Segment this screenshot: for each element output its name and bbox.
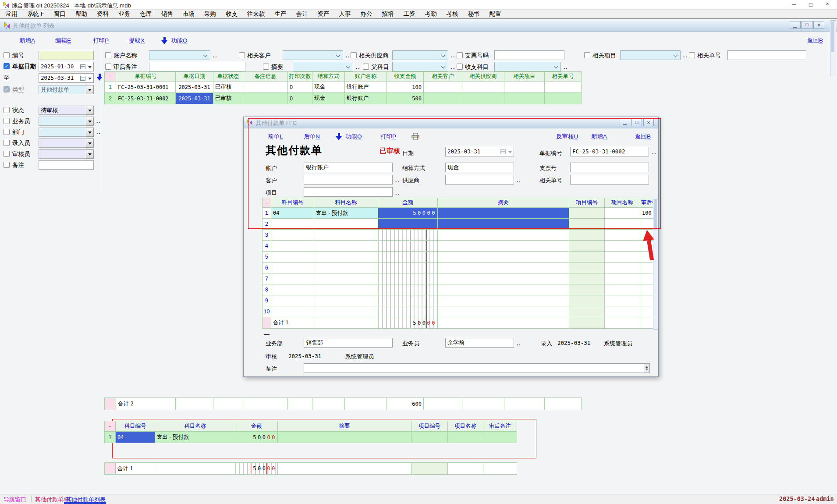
cell[interactable] bbox=[243, 93, 288, 104]
cell[interactable] bbox=[483, 432, 517, 443]
column-header[interactable]: 项目名称 bbox=[605, 198, 640, 208]
column-header[interactable]: 科目编号 bbox=[271, 198, 314, 208]
chevron-down-icon[interactable] bbox=[88, 66, 92, 70]
agent-select[interactable] bbox=[39, 117, 86, 126]
parent-subject-checkbox[interactable] bbox=[363, 64, 369, 70]
agent-more-button[interactable]: .. bbox=[517, 341, 521, 347]
column-header[interactable]: 相关客户 bbox=[424, 72, 462, 82]
cell[interactable] bbox=[378, 252, 438, 263]
rel-supplier-select[interactable] bbox=[392, 50, 448, 60]
cell[interactable]: 现金 bbox=[312, 82, 345, 93]
cell[interactable] bbox=[448, 432, 483, 443]
cell[interactable] bbox=[314, 252, 378, 263]
cell[interactable] bbox=[438, 241, 569, 252]
menu-item[interactable]: 市场 bbox=[178, 10, 199, 18]
menu-item[interactable]: 配置 bbox=[485, 10, 506, 18]
cell[interactable]: 1 bbox=[262, 208, 271, 219]
date-from-input[interactable]: 2025-01-30 bbox=[39, 62, 94, 71]
status-dropdown-button[interactable] bbox=[86, 106, 94, 115]
cell[interactable] bbox=[640, 252, 653, 263]
column-header[interactable]: 单据日期 bbox=[176, 72, 213, 82]
entry-user-select[interactable] bbox=[39, 138, 86, 148]
cell[interactable]: 5 bbox=[262, 252, 271, 263]
column-header[interactable]: 项目名称 bbox=[448, 421, 483, 432]
column-header[interactable]: 相关供应商 bbox=[462, 72, 504, 82]
print-button[interactable]: 打印P bbox=[380, 133, 396, 141]
grid-row[interactable]: 104支出 - 预付款50000100 bbox=[262, 208, 653, 219]
close-icon[interactable] bbox=[813, 21, 824, 29]
cell[interactable] bbox=[424, 93, 462, 104]
cell[interactable] bbox=[545, 82, 582, 93]
column-header[interactable]: 科目名称 bbox=[314, 198, 378, 208]
cell[interactable]: 9 bbox=[262, 295, 271, 306]
menu-item[interactable]: 销售 bbox=[156, 10, 178, 18]
cell[interactable] bbox=[278, 432, 411, 443]
cell[interactable] bbox=[411, 432, 448, 443]
cell[interactable] bbox=[545, 398, 582, 410]
back-button[interactable]: 返回B bbox=[635, 133, 651, 141]
summary-more-button[interactable]: .. bbox=[356, 64, 361, 70]
menu-item[interactable]: 系统 F bbox=[22, 10, 49, 18]
cell[interactable]: 100 bbox=[640, 208, 653, 219]
menu-item[interactable]: 采购 bbox=[199, 10, 221, 18]
menu-item[interactable]: 生产 bbox=[270, 10, 291, 18]
cell[interactable] bbox=[378, 295, 438, 306]
cell[interactable] bbox=[271, 230, 314, 241]
grid-row[interactable]: 2 bbox=[262, 219, 653, 230]
agent-dropdown-button[interactable] bbox=[86, 117, 94, 126]
cell[interactable]: 0 bbox=[288, 93, 312, 104]
date-input[interactable]: 2025-03-31 bbox=[445, 147, 514, 156]
settle-input[interactable]: 现金 bbox=[445, 163, 514, 172]
cell[interactable]: 已审核 bbox=[213, 93, 243, 104]
grid-row[interactable]: 7 bbox=[262, 273, 653, 284]
cell[interactable] bbox=[545, 93, 582, 104]
rel-doc-checkbox[interactable] bbox=[689, 52, 695, 58]
cell[interactable] bbox=[640, 219, 653, 230]
cell[interactable] bbox=[424, 398, 462, 410]
print-button[interactable]: 打印P bbox=[93, 37, 109, 45]
account-input[interactable]: 银行账户 bbox=[304, 163, 393, 172]
function-menu-button[interactable]: 功能O bbox=[345, 133, 362, 141]
customer-more-button[interactable]: .. bbox=[395, 177, 400, 184]
column-header[interactable]: 项目编号 bbox=[411, 421, 448, 432]
supplier-more-button[interactable]: .. bbox=[517, 177, 521, 184]
menu-item[interactable]: 常用 bbox=[1, 10, 22, 18]
menu-item[interactable]: 资产 bbox=[313, 10, 334, 18]
entry-user-checkbox[interactable] bbox=[4, 140, 10, 146]
cell[interactable]: 2025-03-31 bbox=[176, 82, 213, 93]
column-header[interactable]: 审后备注 bbox=[640, 198, 653, 208]
cell[interactable] bbox=[105, 463, 116, 475]
cell[interactable]: FC-25-03-31-0001 bbox=[116, 82, 176, 93]
function-menu-button[interactable]: 功能O bbox=[171, 37, 188, 45]
column-header[interactable]: 金额 bbox=[235, 421, 278, 432]
auditor-select[interactable] bbox=[39, 149, 86, 159]
cell[interactable] bbox=[411, 463, 448, 475]
calendar-icon[interactable] bbox=[80, 64, 85, 69]
cell[interactable] bbox=[378, 241, 438, 252]
cell[interactable] bbox=[314, 263, 378, 273]
cell[interactable] bbox=[438, 230, 569, 241]
rel-project-select[interactable] bbox=[620, 50, 681, 60]
cell[interactable] bbox=[448, 463, 483, 475]
cell[interactable] bbox=[640, 230, 653, 241]
close-icon[interactable] bbox=[643, 119, 654, 126]
column-header[interactable]: 摘要 bbox=[438, 198, 569, 208]
rel-doc-input[interactable] bbox=[570, 175, 649, 185]
cell[interactable] bbox=[262, 317, 271, 329]
docno-input[interactable]: FC-25-03-31-0002 bbox=[570, 147, 649, 156]
cell[interactable] bbox=[271, 306, 314, 317]
cell[interactable] bbox=[378, 273, 438, 284]
customer-input[interactable] bbox=[304, 175, 393, 185]
entry-user-dropdown-button[interactable] bbox=[86, 138, 94, 148]
cell[interactable] bbox=[438, 317, 569, 329]
close-icon[interactable] bbox=[819, 0, 835, 10]
menu-item[interactable]: 工资 bbox=[399, 10, 420, 18]
column-header[interactable]: 金额 bbox=[378, 198, 438, 208]
remark-input[interactable] bbox=[304, 363, 650, 373]
column-header[interactable]: - bbox=[262, 198, 271, 208]
cell[interactable] bbox=[605, 208, 640, 219]
maximize-icon[interactable] bbox=[631, 119, 642, 126]
account-checkbox[interactable] bbox=[105, 52, 111, 58]
cell[interactable] bbox=[438, 263, 569, 273]
rel-customer-checkbox[interactable] bbox=[239, 52, 245, 58]
